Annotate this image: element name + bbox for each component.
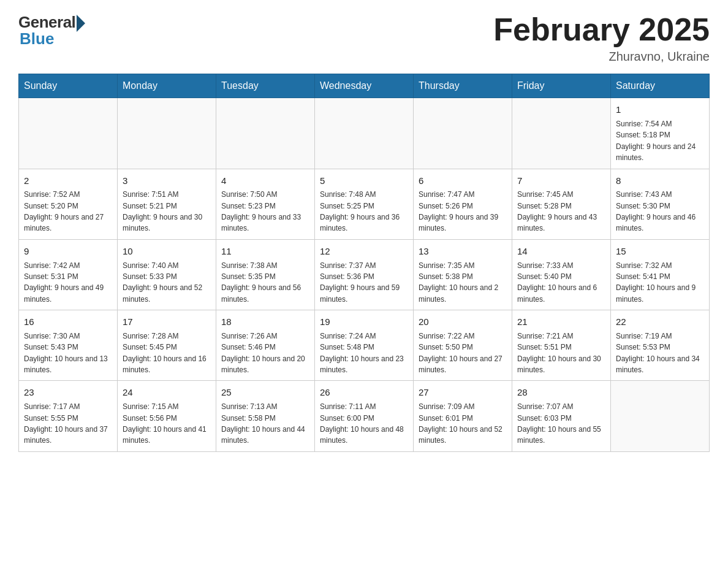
title-area: February 2025 Zhuravno, Ukraine: [493, 12, 710, 64]
calendar-table: SundayMondayTuesdayWednesdayThursdayFrid…: [18, 74, 710, 452]
day-number: 20: [419, 315, 507, 329]
day-info: Sunrise: 7:52 AMSunset: 5:20 PMDaylight:…: [24, 190, 104, 232]
week-row-5: 23Sunrise: 7:17 AMSunset: 5:55 PMDayligh…: [19, 381, 710, 451]
day-number: 27: [419, 386, 507, 399]
calendar-cell: 6Sunrise: 7:47 AMSunset: 5:26 PMDaylight…: [414, 169, 512, 239]
day-number: 9: [24, 245, 112, 258]
calendar-cell: 25Sunrise: 7:13 AMSunset: 5:58 PMDayligh…: [216, 381, 315, 451]
calendar-cell: 27Sunrise: 7:09 AMSunset: 6:01 PMDayligh…: [414, 381, 512, 451]
calendar-cell: 19Sunrise: 7:24 AMSunset: 5:48 PMDayligh…: [315, 310, 414, 381]
calendar-cell: 2Sunrise: 7:52 AMSunset: 5:20 PMDaylight…: [19, 169, 118, 239]
calendar-cell: 10Sunrise: 7:40 AMSunset: 5:33 PMDayligh…: [118, 239, 216, 310]
calendar-cell: 12Sunrise: 7:37 AMSunset: 5:36 PMDayligh…: [315, 239, 414, 310]
day-info: Sunrise: 7:19 AMSunset: 5:53 PMDaylight:…: [616, 332, 700, 374]
day-number: 2: [24, 174, 112, 188]
day-info: Sunrise: 7:07 AMSunset: 6:03 PMDaylight:…: [517, 402, 601, 445]
day-number: 28: [517, 386, 605, 399]
calendar-cell: 13Sunrise: 7:35 AMSunset: 5:38 PMDayligh…: [414, 239, 512, 310]
month-title: February 2025: [493, 12, 710, 47]
day-info: Sunrise: 7:30 AMSunset: 5:43 PMDaylight:…: [24, 332, 108, 374]
logo-general-text: General: [18, 13, 75, 32]
day-number: 25: [221, 386, 309, 399]
week-row-1: 1Sunrise: 7:54 AMSunset: 5:18 PMDaylight…: [19, 98, 710, 169]
calendar-cell: [118, 98, 216, 169]
header-row: SundayMondayTuesdayWednesdayThursdayFrid…: [19, 74, 710, 98]
calendar-cell: [611, 381, 710, 451]
calendar-cell: [19, 98, 118, 169]
logo: General Blue: [18, 12, 85, 48]
header-day-wednesday: Wednesday: [315, 74, 414, 98]
day-info: Sunrise: 7:43 AMSunset: 5:30 PMDaylight:…: [616, 190, 696, 232]
calendar-cell: 21Sunrise: 7:21 AMSunset: 5:51 PMDayligh…: [512, 310, 611, 381]
logo-arrow-icon: [77, 15, 85, 32]
day-number: 19: [320, 315, 408, 329]
calendar-cell: 3Sunrise: 7:51 AMSunset: 5:21 PMDaylight…: [118, 169, 216, 239]
day-info: Sunrise: 7:48 AMSunset: 5:25 PMDaylight:…: [320, 190, 400, 232]
week-row-4: 16Sunrise: 7:30 AMSunset: 5:43 PMDayligh…: [19, 310, 710, 381]
calendar-cell: 7Sunrise: 7:45 AMSunset: 5:28 PMDaylight…: [512, 169, 611, 239]
calendar-cell: 4Sunrise: 7:50 AMSunset: 5:23 PMDaylight…: [216, 169, 315, 239]
day-number: 8: [616, 174, 704, 188]
day-number: 6: [419, 174, 507, 188]
header-day-sunday: Sunday: [19, 74, 118, 98]
day-number: 3: [123, 174, 211, 188]
day-info: Sunrise: 7:28 AMSunset: 5:45 PMDaylight:…: [123, 332, 207, 374]
calendar-cell: 23Sunrise: 7:17 AMSunset: 5:55 PMDayligh…: [19, 381, 118, 451]
day-number: 23: [24, 386, 112, 399]
header-day-thursday: Thursday: [414, 74, 512, 98]
day-info: Sunrise: 7:21 AMSunset: 5:51 PMDaylight:…: [517, 332, 601, 374]
calendar-cell: 15Sunrise: 7:32 AMSunset: 5:41 PMDayligh…: [611, 239, 710, 310]
calendar-cell: 9Sunrise: 7:42 AMSunset: 5:31 PMDaylight…: [19, 239, 118, 310]
day-number: 18: [221, 315, 309, 329]
day-number: 24: [123, 386, 211, 399]
day-info: Sunrise: 7:22 AMSunset: 5:50 PMDaylight:…: [419, 332, 502, 374]
calendar-cell: 22Sunrise: 7:19 AMSunset: 5:53 PMDayligh…: [611, 310, 710, 381]
day-info: Sunrise: 7:11 AMSunset: 6:00 PMDaylight:…: [320, 402, 404, 445]
day-info: Sunrise: 7:33 AMSunset: 5:40 PMDaylight:…: [517, 261, 597, 304]
day-number: 17: [123, 315, 211, 329]
day-info: Sunrise: 7:24 AMSunset: 5:48 PMDaylight:…: [320, 332, 404, 374]
calendar-header: SundayMondayTuesdayWednesdayThursdayFrid…: [19, 74, 710, 98]
day-number: 14: [517, 245, 605, 258]
day-info: Sunrise: 7:17 AMSunset: 5:55 PMDaylight:…: [24, 402, 108, 445]
day-number: 26: [320, 386, 408, 399]
day-info: Sunrise: 7:54 AMSunset: 5:18 PMDaylight:…: [616, 120, 696, 162]
day-number: 4: [221, 174, 309, 188]
day-info: Sunrise: 7:26 AMSunset: 5:46 PMDaylight:…: [221, 332, 305, 374]
day-number: 10: [123, 245, 211, 258]
day-info: Sunrise: 7:40 AMSunset: 5:33 PMDaylight:…: [123, 261, 202, 304]
calendar-cell: [512, 98, 611, 169]
header-day-tuesday: Tuesday: [216, 74, 315, 98]
day-info: Sunrise: 7:50 AMSunset: 5:23 PMDaylight:…: [221, 190, 301, 232]
header-day-friday: Friday: [512, 74, 611, 98]
week-row-2: 2Sunrise: 7:52 AMSunset: 5:20 PMDaylight…: [19, 169, 710, 239]
calendar-cell: 16Sunrise: 7:30 AMSunset: 5:43 PMDayligh…: [19, 310, 118, 381]
day-info: Sunrise: 7:09 AMSunset: 6:01 PMDaylight:…: [419, 402, 502, 445]
header-day-monday: Monday: [118, 74, 216, 98]
day-info: Sunrise: 7:38 AMSunset: 5:35 PMDaylight:…: [221, 261, 301, 304]
calendar-cell: 17Sunrise: 7:28 AMSunset: 5:45 PMDayligh…: [118, 310, 216, 381]
day-number: 1: [616, 103, 704, 117]
week-row-3: 9Sunrise: 7:42 AMSunset: 5:31 PMDaylight…: [19, 239, 710, 310]
calendar-cell: 26Sunrise: 7:11 AMSunset: 6:00 PMDayligh…: [315, 381, 414, 451]
day-number: 21: [517, 315, 605, 329]
calendar-body: 1Sunrise: 7:54 AMSunset: 5:18 PMDaylight…: [19, 98, 710, 452]
header-day-saturday: Saturday: [611, 74, 710, 98]
calendar-cell: 28Sunrise: 7:07 AMSunset: 6:03 PMDayligh…: [512, 381, 611, 451]
location: Zhuravno, Ukraine: [493, 50, 710, 64]
day-info: Sunrise: 7:32 AMSunset: 5:41 PMDaylight:…: [616, 261, 696, 304]
day-info: Sunrise: 7:51 AMSunset: 5:21 PMDaylight:…: [123, 190, 202, 232]
day-number: 12: [320, 245, 408, 258]
calendar-cell: [315, 98, 414, 169]
logo-blue-text: Blue: [20, 29, 54, 48]
day-info: Sunrise: 7:15 AMSunset: 5:56 PMDaylight:…: [123, 402, 207, 445]
day-number: 5: [320, 174, 408, 188]
calendar-cell: 14Sunrise: 7:33 AMSunset: 5:40 PMDayligh…: [512, 239, 611, 310]
calendar-cell: 1Sunrise: 7:54 AMSunset: 5:18 PMDaylight…: [611, 98, 710, 169]
day-number: 7: [517, 174, 605, 188]
calendar-cell: 5Sunrise: 7:48 AMSunset: 5:25 PMDaylight…: [315, 169, 414, 239]
day-info: Sunrise: 7:47 AMSunset: 5:26 PMDaylight:…: [419, 190, 498, 232]
day-number: 11: [221, 245, 309, 258]
day-info: Sunrise: 7:35 AMSunset: 5:38 PMDaylight:…: [419, 261, 498, 304]
day-info: Sunrise: 7:13 AMSunset: 5:58 PMDaylight:…: [221, 402, 305, 445]
